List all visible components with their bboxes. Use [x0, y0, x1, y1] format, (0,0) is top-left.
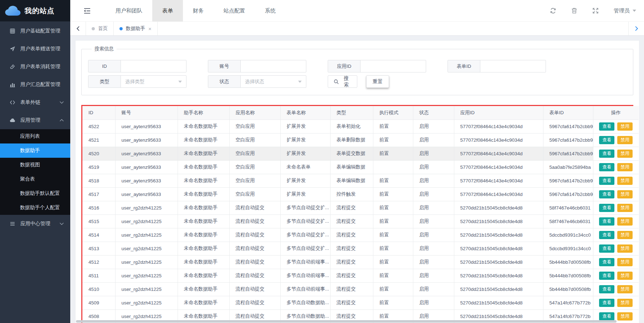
cell-mode: 前置	[373, 187, 413, 201]
cell-formId: 58f7467e46cb6031	[543, 201, 593, 215]
nav-tab-finance[interactable]: 财务	[183, 0, 214, 21]
view-button[interactable]: 查看	[599, 258, 614, 266]
search-button[interactable]: 搜 索	[328, 75, 357, 88]
cell-id: 4513	[82, 242, 115, 255]
disable-button[interactable]: 禁用	[617, 217, 633, 226]
sidebar-item-user-form-consume[interactable]: 用户表单消耗管理	[0, 58, 70, 76]
site-logo[interactable]: 我的站点	[0, 0, 70, 21]
sidebar-item-app-center-management[interactable]: 应用中心管理	[0, 215, 70, 233]
disable-button[interactable]: 禁用	[617, 136, 633, 144]
collapse-menu-icon[interactable]	[84, 8, 91, 14]
disable-button[interactable]: 禁用	[617, 163, 633, 171]
sidebar-item-data-assistant-default-config[interactable]: 数据助手默认配置	[0, 186, 70, 201]
search-panel: 搜索信息 ID账号应用ID表单ID 类型选择类型状态选择状态 搜 索	[81, 46, 633, 95]
cell-actions: 查看禁用	[593, 269, 639, 282]
cell-id: 4516	[82, 201, 115, 215]
table-row: 4510user_rg2dzh41225未命名数据助手流程自动提交多节点自动前端…	[82, 282, 639, 296]
view-button[interactable]: 查看	[599, 150, 614, 158]
view-button[interactable]: 查看	[599, 244, 614, 253]
search-panel-legend: 搜索信息	[92, 46, 117, 52]
disable-button[interactable]: 禁用	[617, 177, 633, 185]
disable-button[interactable]: 禁用	[617, 258, 633, 266]
cell-appId: 5270dd21b15045cb8cfde4d8	[454, 215, 543, 228]
horizontal-scrollbar-thumb[interactable]	[76, 320, 617, 323]
send-icon	[9, 46, 16, 52]
sidebar-item-data-assistant-personal-config[interactable]: 数据助手个人配置	[0, 201, 70, 215]
cell-app: 流程自动提交	[229, 215, 280, 228]
cell-app: 流程自动提交	[229, 228, 280, 242]
view-button[interactable]: 查看	[599, 312, 614, 321]
status-select[interactable]: 选择状态	[241, 76, 306, 87]
nav-tab-site-config[interactable]: 站点配置	[214, 0, 255, 21]
cell-appId: 5270dd21b15045cb8cfde4d8	[454, 228, 543, 242]
view-button[interactable]: 查看	[599, 122, 614, 131]
nav-tab-users-teams[interactable]: 用户和团队	[106, 0, 152, 21]
view-button[interactable]: 查看	[599, 190, 614, 198]
type-select-label: 类型	[88, 76, 121, 87]
view-button[interactable]: 查看	[599, 285, 614, 293]
cell-type: 流程提交	[330, 269, 373, 282]
fullscreen-icon[interactable]	[592, 7, 599, 14]
page-tab-data-assistant[interactable]: 数据助手×	[114, 22, 158, 35]
view-button[interactable]: 查看	[599, 217, 614, 226]
sidebar-item-data-view[interactable]: 数据视图	[0, 158, 70, 172]
nav-tab-forms[interactable]: 表单	[152, 0, 183, 21]
sidebar-item-user-basic-config[interactable]: 用户基础配置管理	[0, 22, 70, 40]
cell-account: user_rg2dzh41225	[115, 201, 178, 215]
tabbar-scroll-left-icon[interactable]	[70, 22, 86, 35]
sidebar-item-aggregate-table[interactable]: 聚合表	[0, 172, 70, 186]
cell-name: 未命名数据助手	[178, 255, 229, 269]
view-button[interactable]: 查看	[599, 204, 614, 212]
tabbar-scroll-right-icon[interactable]	[628, 22, 644, 35]
disable-button[interactable]: 禁用	[617, 312, 633, 321]
page-tabbar: 首页数据助手×	[70, 21, 644, 36]
user-menu[interactable]: 管理员	[614, 7, 636, 14]
disable-button[interactable]: 禁用	[617, 244, 633, 253]
sidebar-item-app-management[interactable]: 应用管理	[0, 111, 70, 129]
cell-status: 启用	[413, 269, 454, 282]
cell-app: 空白应用	[229, 187, 280, 201]
type-select-group: 类型选择类型	[88, 75, 186, 88]
data-table: ID账号助手名称应用名称表单名称类型执行模式状态应用ID表单ID操作 4522u…	[82, 106, 639, 323]
view-button[interactable]: 查看	[599, 299, 614, 307]
disable-button[interactable]: 禁用	[617, 150, 633, 158]
sidebar-item-user-form-gift[interactable]: 用户表单赠送管理	[0, 40, 70, 58]
trash-icon[interactable]	[571, 7, 577, 14]
disable-button[interactable]: 禁用	[617, 122, 633, 131]
id-field-group: ID	[88, 60, 186, 72]
table-header-cell: 执行模式	[373, 106, 413, 120]
sidebar-item-app-list[interactable]: 应用列表	[0, 129, 70, 143]
cell-form: 扩展并发	[280, 174, 330, 187]
account-input[interactable]	[241, 60, 306, 72]
disable-button[interactable]: 禁用	[617, 231, 633, 239]
close-icon[interactable]: ×	[148, 26, 152, 31]
view-button[interactable]: 查看	[599, 272, 614, 280]
disable-button[interactable]: 禁用	[617, 272, 633, 280]
cell-status: 启用	[413, 282, 454, 296]
sidebar-item-form-external-link[interactable]: 表单外链	[0, 94, 70, 111]
reset-button[interactable]: 重置	[366, 75, 389, 88]
sidebar-item-user-summary-config[interactable]: 用户汇总配置管理	[0, 76, 70, 94]
sidebar-item-data-assistant[interactable]: 数据助手	[0, 143, 70, 158]
page-tab-home[interactable]: 首页	[86, 22, 114, 35]
top-nav-tabs: 用户和团队表单财务站点配置系统	[106, 0, 286, 21]
cell-app: 流程自动提交	[229, 282, 280, 296]
app-id-input[interactable]	[361, 60, 426, 72]
disable-button[interactable]: 禁用	[617, 299, 633, 307]
status-select-group: 状态选择状态	[208, 75, 306, 88]
form-id-input[interactable]	[480, 60, 546, 72]
disable-button[interactable]: 禁用	[617, 190, 633, 198]
refresh-icon[interactable]	[550, 7, 556, 14]
view-button[interactable]: 查看	[599, 177, 614, 185]
chevron-up-icon	[60, 118, 64, 122]
nav-tab-system[interactable]: 系统	[255, 0, 286, 21]
reset-button-label: 重置	[373, 79, 383, 85]
disable-button[interactable]: 禁用	[617, 285, 633, 293]
disable-button[interactable]: 禁用	[617, 204, 633, 212]
type-select[interactable]: 选择类型	[121, 76, 186, 87]
view-button[interactable]: 查看	[599, 231, 614, 239]
view-button[interactable]: 查看	[599, 136, 614, 144]
chevron-down-icon	[60, 100, 64, 105]
id-input[interactable]	[121, 60, 186, 72]
view-button[interactable]: 查看	[599, 163, 614, 171]
